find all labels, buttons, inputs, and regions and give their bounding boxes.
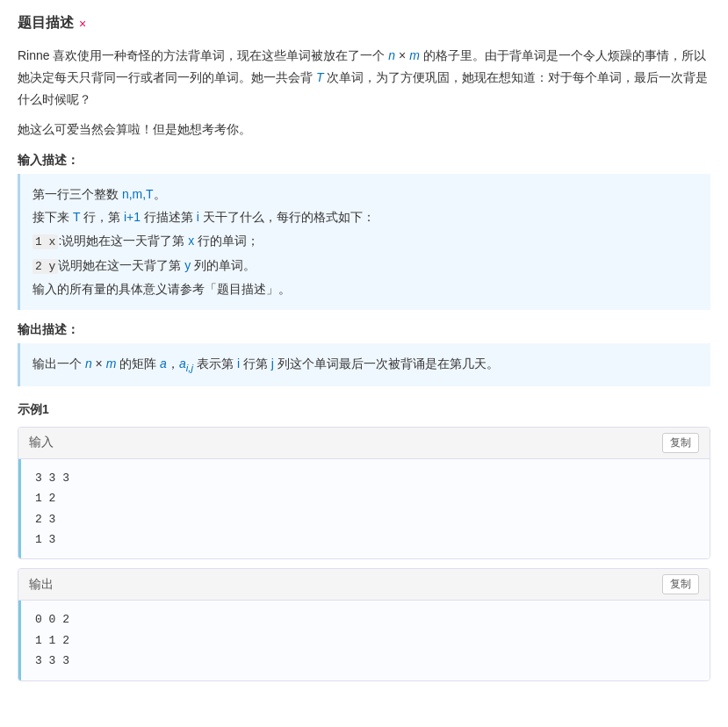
input-var-nmt: n,m,T bbox=[122, 187, 154, 201]
input-data-line-2: 1 2 bbox=[35, 488, 696, 508]
input-line-5: 输入的所有量的具体意义请参考「题目描述」。 bbox=[32, 277, 698, 301]
var-n: n bbox=[388, 48, 395, 62]
input-label: 输入 bbox=[29, 435, 54, 450]
out-var-j: j bbox=[271, 356, 274, 371]
input-line-4: 2 y说明她在这一天背了第 y 列的单词。 bbox=[32, 254, 698, 278]
example-title: 示例1 bbox=[18, 402, 710, 418]
input-line-2: 接下来 T 行，第 i+1 行描述第 i 天干了什么，每行的格式如下： bbox=[32, 205, 698, 229]
input-var-i2: i bbox=[197, 210, 199, 224]
description-para-2: 她这么可爱当然会算啦！但是她想考考你。 bbox=[18, 119, 710, 140]
input-var-y: y bbox=[184, 258, 191, 272]
out-var-a: a bbox=[160, 356, 167, 371]
page-title: 题目描述 bbox=[18, 14, 74, 32]
description-para-1: Rinne 喜欢使用一种奇怪的方法背单词，现在这些单词被放在了一个 n × m … bbox=[18, 45, 710, 112]
code-2y: 2 y bbox=[32, 259, 58, 274]
input-section-title: 输入描述： bbox=[18, 153, 710, 169]
input-line-3: 1 x:说明她在这一天背了第 x 行的单词； bbox=[32, 229, 698, 254]
input-line-1: 第一行三个整数 n,m,T。 bbox=[32, 183, 698, 206]
code-1x: 1 x bbox=[32, 234, 58, 249]
input-desc-box: 第一行三个整数 n,m,T。 接下来 T 行，第 i+1 行描述第 i 天干了什… bbox=[18, 174, 710, 310]
output-data-line-2: 1 1 2 bbox=[35, 630, 696, 651]
output-line-1: 输出一个 n × m 的矩阵 a，ai,j 表示第 i 行第 j 列这个单词最后… bbox=[32, 352, 698, 378]
var-T: T bbox=[316, 70, 324, 84]
var-m: m bbox=[409, 48, 420, 62]
output-data-line-3: 3 3 3 bbox=[35, 651, 696, 671]
out-var-m: m bbox=[106, 356, 117, 371]
input-var-T2: T bbox=[73, 210, 80, 224]
input-content: 3 3 3 1 2 2 3 1 3 bbox=[18, 459, 710, 559]
input-data-line-1: 3 3 3 bbox=[35, 468, 696, 488]
input-copy-button[interactable]: 复制 bbox=[662, 433, 699, 453]
input-data-line-3: 2 3 bbox=[35, 509, 696, 529]
output-block: 输出 复制 0 0 2 1 1 2 3 3 3 bbox=[18, 568, 710, 680]
output-label: 输出 bbox=[29, 577, 54, 593]
output-content: 0 0 2 1 1 2 3 3 3 bbox=[18, 601, 710, 680]
out-var-aij: ai,j bbox=[179, 356, 193, 371]
out-var-n: n bbox=[85, 356, 92, 371]
input-header: 输入 复制 bbox=[18, 428, 710, 459]
close-icon[interactable]: × bbox=[79, 17, 86, 31]
output-data-line-1: 0 0 2 bbox=[35, 609, 696, 630]
out-var-i: i bbox=[237, 356, 240, 371]
input-var-i1: i+1 bbox=[124, 210, 141, 224]
output-copy-button[interactable]: 复制 bbox=[662, 574, 699, 594]
input-var-x: x bbox=[188, 234, 194, 248]
input-block: 输入 复制 3 3 3 1 2 2 3 1 3 bbox=[18, 427, 710, 560]
output-header: 输出 复制 bbox=[18, 569, 710, 601]
output-desc-box: 输出一个 n × m 的矩阵 a，ai,j 表示第 i 行第 j 列这个单词最后… bbox=[18, 343, 710, 386]
input-data-line-4: 1 3 bbox=[35, 529, 696, 550]
output-section-title: 输出描述： bbox=[18, 322, 710, 338]
